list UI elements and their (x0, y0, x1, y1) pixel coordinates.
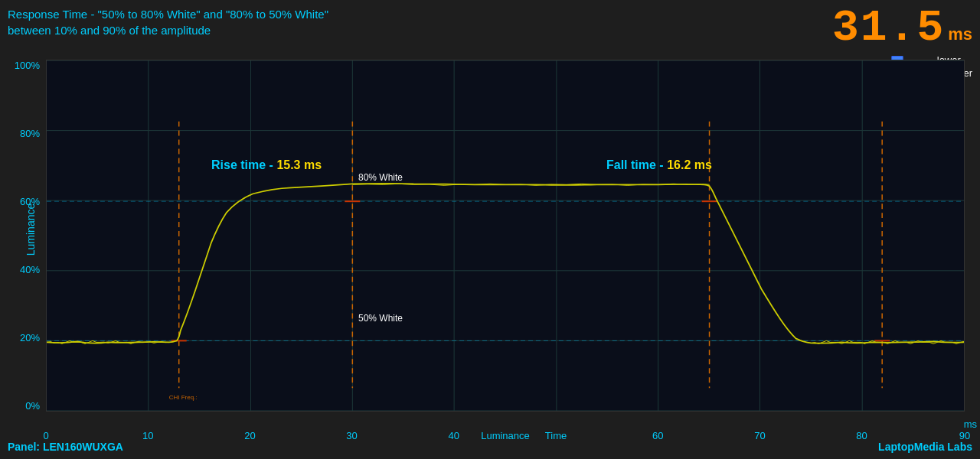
x-axis-unit: ms (964, 418, 977, 430)
chart-area: CHI Freq.: (46, 60, 965, 412)
total-value: 31.5 (832, 6, 945, 50)
chart-title: Response Time - "50% to 80% White" and "… (8, 6, 328, 38)
x-label-80: 80 (856, 430, 867, 441)
x-label-40: 40 (449, 430, 459, 441)
panel-label: Panel: LEN160WUXGA (8, 441, 123, 453)
main-container: Response Time - "50% to 80% White" and "… (0, 0, 980, 459)
y-label-40: 40% (20, 264, 40, 275)
x-label-time-text: Time (545, 430, 567, 441)
svg-text:CHI Freq.:: CHI Freq.: (169, 394, 198, 401)
y-axis-labels: 100% 80% 60% 40% 20% 0% (0, 60, 44, 412)
x-label-90: 90 (959, 430, 970, 441)
total-unit: ms (948, 24, 972, 44)
x-label-time: Luminance (481, 430, 530, 441)
brand-label: LaptopMedia Labs (878, 441, 972, 453)
y-label-20: 20% (20, 332, 40, 343)
x-label-10: 10 (142, 430, 153, 441)
chart-svg: CHI Freq.: (47, 60, 964, 411)
x-label-0: 0 (43, 430, 48, 441)
x-label-60: 60 (652, 430, 663, 441)
y-label-100: 100% (15, 60, 40, 71)
y-label-80: 80% (20, 128, 40, 139)
x-label-70: 70 (754, 430, 765, 441)
total-value-display: 31.5 ms (832, 6, 972, 50)
title-line2: between 10% and 90% of the amplitude (8, 22, 328, 38)
svg-rect-2 (47, 60, 964, 411)
y-label-0: 0% (25, 400, 40, 412)
y-label-60: 60% (20, 196, 40, 207)
x-label-30: 30 (346, 430, 357, 441)
title-line1: Response Time - "50% to 80% White" and "… (8, 6, 328, 22)
x-label-20: 20 (244, 430, 255, 441)
